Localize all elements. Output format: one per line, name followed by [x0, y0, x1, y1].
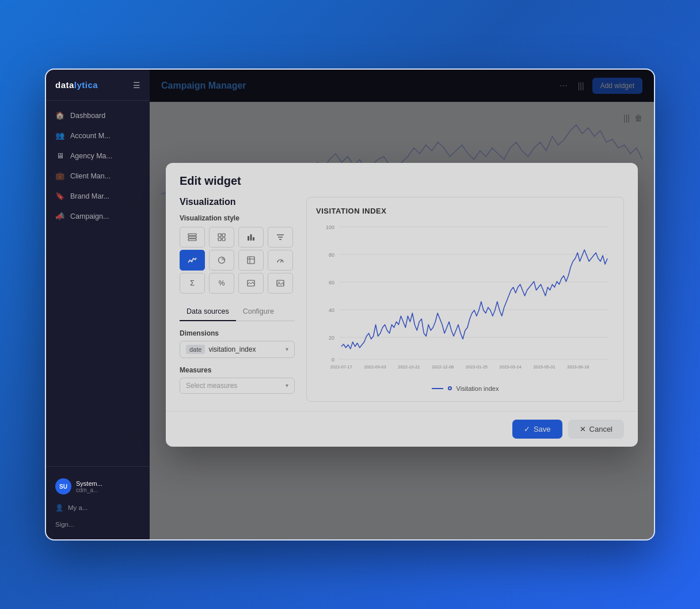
save-button[interactable]: ✓ Save [512, 420, 562, 439]
sidebar-item-label: Agency Ma... [70, 152, 112, 160]
svg-rect-8 [250, 234, 252, 241]
viz-btn-filter[interactable] [268, 227, 293, 248]
svg-rect-1 [188, 236, 196, 238]
edit-widget-modal: Edit widget Visualization Visualization … [166, 163, 638, 447]
chart-panel: VISITATION INDEX 100 [306, 197, 624, 402]
tab-configure[interactable]: Configure [236, 303, 281, 321]
save-check-icon: ✓ [524, 425, 530, 433]
measures-select[interactable]: Select measures ▾ [180, 378, 295, 394]
visualization-grid: Σ % [180, 227, 295, 294]
chart-area: 100 80 60 40 20 0 2022-07-17 2022-09-03 … [316, 221, 614, 380]
svg-rect-0 [188, 234, 196, 235]
my-account-link[interactable]: 👤 My a... [46, 499, 150, 516]
viz-btn-crosstab[interactable] [238, 250, 264, 271]
viz-btn-image2[interactable] [268, 273, 293, 294]
sidebar-footer: SU System... cdm_a... 👤 My a... Sign... [46, 466, 150, 539]
save-label: Save [534, 425, 551, 433]
sidebar-item-campaign-manager[interactable]: 📣 Campaign... [46, 206, 150, 226]
svg-text:2022-12-08: 2022-12-08 [432, 364, 454, 369]
data-tabs: Data sources Configure [180, 303, 295, 321]
app-logo: datalytica [55, 80, 98, 90]
brand-icon: 🔖 [55, 192, 64, 200]
dimension-tag: date [186, 345, 205, 354]
legend-dot [448, 386, 452, 390]
modal-header: Edit widget [166, 163, 638, 188]
svg-rect-5 [218, 238, 221, 241]
main-area: Campaign Manager ⋯ ||| Add widget ||| 🗑 … [150, 70, 654, 539]
modal-title: Edit widget [180, 174, 624, 188]
sidebar-item-label: Brand Mar... [70, 192, 109, 200]
tab-data-sources[interactable]: Data sources [180, 303, 236, 321]
client-icon: 💼 [55, 172, 64, 180]
viz-btn-sigma[interactable]: Σ [180, 273, 205, 294]
svg-text:2022-07-17: 2022-07-17 [330, 364, 352, 369]
left-panel: Visualization Visualization style [180, 197, 306, 402]
user-name: System... [76, 480, 140, 487]
measures-label: Measures [180, 366, 295, 374]
sidebar-item-client-manager[interactable]: 💼 Client Man... [46, 166, 150, 186]
sidebar-item-dashboard[interactable]: 🏠 Dashboard [46, 105, 150, 125]
viz-btn-bar[interactable] [238, 227, 264, 248]
sign-out-label: Sign... [55, 521, 74, 528]
svg-text:20: 20 [329, 334, 334, 340]
chart-legend: Visitation index [316, 385, 614, 392]
home-icon: 🏠 [55, 111, 64, 120]
sidebar-item-agency-manager[interactable]: 🖥 Agency Ma... [46, 146, 150, 166]
line-chart-svg: 100 80 60 40 20 0 2022-07-17 2022-09-03 … [316, 221, 614, 371]
dimensions-select[interactable]: date visitation_index ▾ [180, 341, 295, 358]
legend-label: Visitation index [456, 385, 499, 392]
cancel-label: Cancel [589, 425, 612, 433]
user-row[interactable]: SU System... cdm_a... [46, 474, 150, 499]
agency-icon: 🖥 [55, 151, 64, 160]
sidebar-item-label: Client Man... [70, 172, 111, 180]
svg-text:2023-05-01: 2023-05-01 [533, 364, 555, 369]
svg-text:60: 60 [329, 279, 334, 285]
app-shell: datalytica ☰ 🏠 Dashboard 👥 Account M... … [45, 68, 655, 541]
viz-btn-pie[interactable] [209, 250, 234, 271]
svg-rect-15 [248, 257, 254, 264]
user-email: cdm_a... [76, 487, 140, 493]
svg-text:2023-06-18: 2023-06-18 [567, 364, 589, 369]
account-icon: 👥 [55, 131, 64, 140]
svg-text:0: 0 [332, 356, 334, 362]
measures-chevron-icon: ▾ [286, 382, 288, 389]
visualization-style-label: Visualization style [180, 214, 295, 222]
viz-btn-grid[interactable] [209, 227, 234, 248]
svg-point-13 [191, 260, 193, 262]
logo-accent: lytica [74, 80, 98, 90]
sidebar-item-account-manager[interactable]: 👥 Account M... [46, 125, 150, 146]
svg-point-21 [278, 281, 280, 283]
chevron-down-icon: ▾ [286, 346, 288, 352]
viz-btn-percent[interactable]: % [209, 273, 234, 294]
svg-text:2022-10-21: 2022-10-21 [398, 364, 420, 369]
cancel-button[interactable]: ✕ Cancel [568, 420, 624, 439]
svg-text:40: 40 [329, 307, 334, 313]
sidebar-item-label: Campaign... [70, 212, 109, 220]
svg-rect-3 [218, 234, 221, 237]
dimension-value: visitation_index [208, 345, 282, 353]
sidebar-item-label: Dashboard [70, 112, 105, 120]
viz-btn-line[interactable] [180, 250, 205, 271]
visualization-heading: Visualization [180, 197, 295, 207]
svg-text:2023-01-25: 2023-01-25 [466, 364, 488, 369]
hamburger-icon[interactable]: ☰ [133, 81, 140, 90]
viz-btn-gauge[interactable] [268, 250, 293, 271]
viz-btn-image1[interactable] [238, 273, 264, 294]
svg-rect-4 [222, 234, 225, 237]
svg-text:2023-03-14: 2023-03-14 [500, 364, 522, 369]
user-info: System... cdm_a... [76, 480, 140, 493]
measures-placeholder: Select measures [186, 382, 282, 390]
sign-out-link[interactable]: Sign... [46, 516, 150, 532]
campaign-icon: 📣 [55, 212, 64, 220]
legend-line [432, 388, 443, 389]
viz-btn-table[interactable] [180, 227, 205, 248]
chart-title: VISITATION INDEX [316, 207, 614, 215]
sidebar-header: datalytica ☰ [46, 70, 150, 101]
sidebar-item-label: Account M... [70, 132, 110, 140]
sidebar-item-brand-manager[interactable]: 🔖 Brand Mar... [46, 186, 150, 206]
sidebar-nav: 🏠 Dashboard 👥 Account M... 🖥 Agency Ma..… [46, 101, 150, 466]
svg-rect-7 [248, 236, 249, 241]
svg-text:80: 80 [329, 252, 334, 257]
cancel-x-icon: ✕ [580, 425, 586, 433]
svg-rect-6 [222, 238, 225, 241]
